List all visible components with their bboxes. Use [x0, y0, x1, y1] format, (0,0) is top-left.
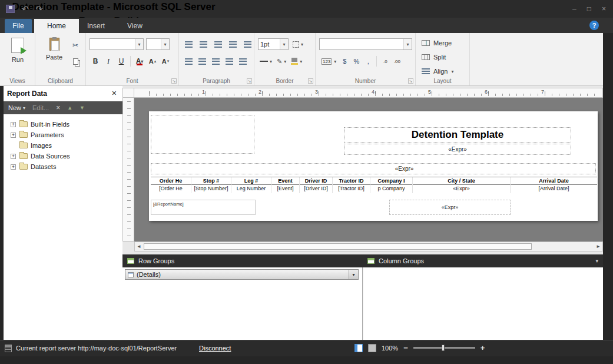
- table-column[interactable]: Arrival Date [Arrival Date]: [510, 177, 597, 193]
- column-cell[interactable]: [Stop Number]: [191, 185, 231, 193]
- merge-button[interactable]: Merge: [422, 37, 452, 49]
- panel-close-icon[interactable]: ×: [112, 88, 117, 98]
- report-page[interactable]: Detention Template «Expr» «Expr» Order H…: [149, 111, 598, 221]
- bold-button[interactable]: B: [90, 55, 101, 67]
- design-canvas[interactable]: Detention Template «Expr» «Expr» Order H…: [134, 98, 603, 241]
- table-column[interactable]: Driver ID [Driver ID]: [299, 177, 332, 193]
- tab-insert[interactable]: Insert: [74, 19, 118, 33]
- column-cell[interactable]: [Arrival Date]: [511, 185, 597, 193]
- border-width-select[interactable]: 1pt▾: [258, 38, 289, 50]
- edit-button[interactable]: Edit...: [32, 104, 49, 111]
- zoom-out-button[interactable]: −: [403, 343, 408, 352]
- table-column[interactable]: Company I p Company: [370, 177, 412, 193]
- valign-bottom-button[interactable]: [212, 38, 224, 50]
- scroll-left-icon[interactable]: ◄: [137, 244, 141, 249]
- expand-icon[interactable]: +: [11, 164, 16, 170]
- increase-decimal-button[interactable]: .0: [380, 55, 390, 67]
- column-cell[interactable]: [Tractor ID]: [333, 185, 370, 193]
- valign-top-button[interactable]: [183, 38, 195, 50]
- column-header[interactable]: Company I: [370, 177, 412, 185]
- table-column[interactable]: City / State «Expr»: [412, 177, 510, 193]
- expand-icon[interactable]: +: [11, 154, 16, 159]
- tree-item-data-sources[interactable]: + Data Sources: [4, 151, 122, 161]
- redo-icon[interactable]: ↷: [36, 0, 43, 18]
- scrollbar-thumb[interactable]: [144, 243, 532, 250]
- font-color-button[interactable]: A▾: [134, 55, 145, 67]
- column-cell[interactable]: [Event]: [271, 185, 299, 193]
- minimize-button[interactable]: –: [572, 5, 576, 13]
- copy-button[interactable]: [69, 56, 81, 67]
- tree-item-datasets[interactable]: + Datasets: [4, 161, 122, 172]
- move-up-button[interactable]: ▲: [67, 105, 72, 111]
- zoom-in-button[interactable]: +: [481, 343, 485, 352]
- percent-format-button[interactable]: %: [351, 55, 362, 67]
- help-icon[interactable]: ?: [589, 21, 599, 30]
- design-view-icon[interactable]: [354, 344, 363, 352]
- save-icon[interactable]: [6, 5, 15, 13]
- footer-reportname-textbox[interactable]: [&ReportName]: [151, 200, 256, 215]
- column-header[interactable]: Order He: [151, 177, 191, 185]
- column-cell[interactable]: [Order He: [151, 185, 191, 193]
- general-format-button[interactable]: 123▾: [319, 55, 338, 67]
- grow-font-button[interactable]: A▴: [147, 55, 158, 67]
- italic-button[interactable]: I: [102, 55, 114, 67]
- run-view-icon[interactable]: [368, 344, 376, 352]
- expr-textbox-1[interactable]: «Expr»: [344, 144, 571, 155]
- chevron-down-icon[interactable]: ▾: [349, 270, 358, 279]
- column-header[interactable]: Tractor ID: [333, 177, 370, 185]
- chevron-down-icon[interactable]: ▾: [595, 258, 598, 264]
- column-cell[interactable]: [Driver ID]: [300, 185, 332, 193]
- table-column[interactable]: Stop # [Stop Number]: [191, 177, 231, 193]
- footer-expr-textbox[interactable]: «Expr»: [389, 200, 511, 215]
- column-cell[interactable]: «Expr»: [413, 185, 510, 193]
- undo-icon[interactable]: ↶: [22, 0, 29, 18]
- close-button[interactable]: ×: [602, 5, 606, 13]
- paste-button[interactable]: Paste: [44, 38, 65, 61]
- bullet-list-button[interactable]: [223, 55, 236, 67]
- valign-center-button[interactable]: [197, 38, 210, 50]
- border-color-button[interactable]: ✎▾: [275, 55, 288, 67]
- font-name-select[interactable]: ▾: [90, 38, 144, 50]
- expand-icon[interactable]: +: [11, 133, 16, 138]
- run-button[interactable]: Run: [6, 38, 29, 63]
- empty-textbox[interactable]: [151, 115, 254, 154]
- indent-decrease-button[interactable]: [227, 38, 239, 50]
- shrink-font-button[interactable]: A▾: [160, 55, 171, 67]
- column-cell[interactable]: Leg Number: [231, 185, 271, 193]
- split-button[interactable]: Split: [422, 51, 446, 63]
- column-cell[interactable]: p Company: [370, 185, 412, 193]
- tab-view[interactable]: View: [114, 19, 155, 33]
- new-button[interactable]: New▾: [8, 104, 25, 111]
- expr-textbox-2[interactable]: «Expr»: [151, 163, 596, 174]
- maximize-button[interactable]: □: [587, 5, 591, 13]
- align-left-button[interactable]: [183, 55, 195, 67]
- column-header[interactable]: City / State: [413, 177, 510, 185]
- details-group-dropdown[interactable]: (Details) ▾: [125, 269, 359, 280]
- numbered-list-button[interactable]: [237, 55, 249, 67]
- file-tab[interactable]: File: [5, 19, 32, 33]
- report-title-textbox[interactable]: Detention Template: [344, 127, 571, 143]
- zoom-slider[interactable]: [413, 347, 475, 349]
- zoom-slider-thumb[interactable]: [442, 345, 445, 351]
- indent-increase-button[interactable]: [241, 38, 254, 50]
- comma-format-button[interactable]: ,: [363, 55, 373, 67]
- table-column[interactable]: Event [Event]: [271, 177, 299, 193]
- align-button[interactable]: Align ▾: [422, 65, 453, 77]
- table-column[interactable]: Order He [Order He: [151, 177, 191, 193]
- horizontal-scrollbar[interactable]: ◄ ►: [134, 241, 603, 252]
- tree-item-built-in-fields[interactable]: + Built-in Fields: [4, 119, 122, 130]
- table-column[interactable]: Tractor ID [Tractor ID]: [332, 177, 370, 193]
- align-center-button[interactable]: [196, 55, 208, 67]
- underline-button[interactable]: U: [115, 55, 127, 67]
- column-header[interactable]: Leg #: [231, 177, 271, 185]
- expand-icon[interactable]: +: [11, 122, 16, 127]
- fill-color-button[interactable]: ▾: [289, 55, 304, 67]
- decrease-decimal-button[interactable]: .00: [392, 55, 402, 67]
- column-header[interactable]: Arrival Date: [511, 177, 597, 185]
- tree-item-images[interactable]: + Images: [4, 140, 122, 151]
- borders-button[interactable]: ▾: [291, 38, 305, 50]
- currency-format-button[interactable]: $: [339, 55, 350, 67]
- number-format-select[interactable]: ▾: [319, 38, 412, 50]
- column-header[interactable]: Driver ID: [300, 177, 332, 185]
- font-size-select[interactable]: ▾: [146, 38, 170, 50]
